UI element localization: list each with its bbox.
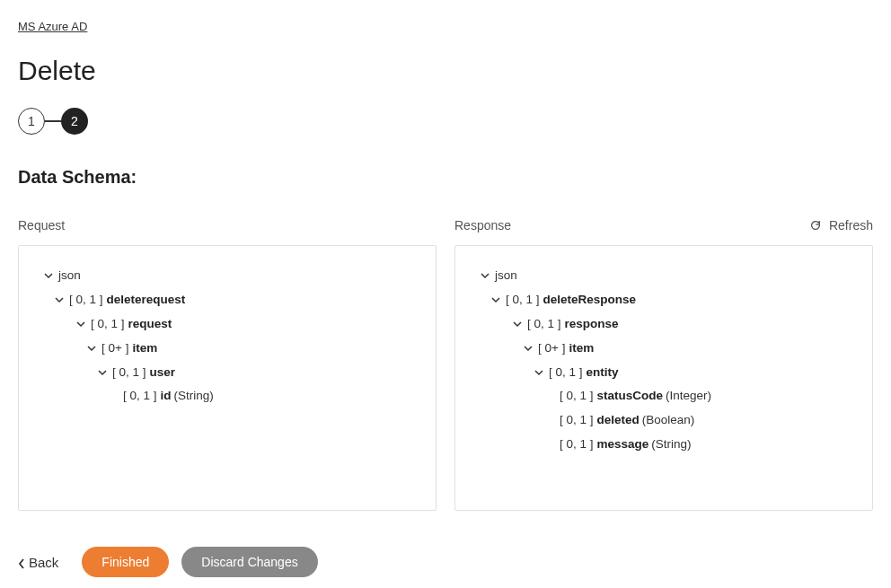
chevron-down-icon	[513, 320, 522, 329]
response-panel: Response Refresh json [ 0, 1 ] del	[454, 216, 873, 511]
tree-node-name: request	[128, 316, 172, 333]
tree-node-name: statusCode	[597, 388, 664, 405]
tree-node-name: item	[569, 340, 594, 357]
chevron-down-icon	[44, 271, 53, 280]
tree-node-cardinality: [ 0, 1 ]	[560, 436, 594, 453]
back-button[interactable]: Back	[18, 555, 58, 570]
tree-node-cardinality: [ 0, 1 ]	[549, 364, 583, 382]
tree-node-cardinality: [ 0+ ]	[538, 340, 565, 357]
step-connector	[45, 120, 61, 122]
tree-node-cardinality: [ 0, 1 ]	[123, 388, 157, 405]
response-label: Response	[454, 218, 511, 233]
tree-node-entity[interactable]: [ 0, 1 ] entity	[470, 361, 858, 385]
tree-node-type: (Integer)	[666, 388, 711, 405]
stepper: 1 2	[18, 108, 873, 135]
tree-node-response[interactable]: [ 0, 1 ] response	[470, 312, 858, 337]
tree-node-deleterequest[interactable]: [ 0, 1 ] deleterequest	[33, 288, 421, 312]
finished-button[interactable]: Finished	[82, 547, 169, 577]
page-title: Delete	[18, 56, 873, 86]
request-label: Request	[18, 218, 65, 233]
tree-node-name: entity	[587, 364, 619, 382]
tree-node-cardinality: [ 0, 1 ]	[560, 412, 594, 429]
chevron-down-icon	[524, 344, 533, 353]
tree-node-id[interactable]: [ 0, 1 ] id (String)	[33, 384, 421, 408]
tree-node-deleteresponse[interactable]: [ 0, 1 ] deleteResponse	[470, 288, 858, 312]
refresh-label: Refresh	[829, 218, 873, 233]
tree-node-name: user	[150, 364, 176, 382]
request-tree: json [ 0, 1 ] deleterequest [ 0, 1 ] req…	[18, 245, 437, 511]
chevron-down-icon	[481, 271, 490, 280]
chevron-down-icon	[55, 295, 64, 304]
tree-node-statuscode[interactable]: [ 0, 1 ] statusCode (Integer)	[470, 384, 858, 408]
chevron-down-icon	[76, 320, 85, 329]
tree-node-json[interactable]: json	[33, 264, 421, 288]
chevron-down-icon	[491, 295, 500, 304]
request-panel: Request json [ 0, 1 ] deleterequest	[18, 216, 437, 511]
tree-node-name: deleted	[597, 412, 640, 429]
tree-node-label: json	[58, 268, 81, 285]
tree-node-type: (String)	[651, 436, 691, 453]
chevron-down-icon	[534, 368, 543, 377]
tree-node-message[interactable]: [ 0, 1 ] message (String)	[470, 433, 858, 457]
tree-node-cardinality: [ 0, 1 ]	[506, 292, 540, 309]
discard-button[interactable]: Discard Changes	[181, 547, 317, 577]
back-label: Back	[29, 555, 58, 570]
tree-node-cardinality: [ 0+ ]	[101, 340, 128, 357]
tree-node-cardinality: [ 0, 1 ]	[560, 388, 594, 405]
step-1[interactable]: 1	[18, 108, 45, 135]
tree-node-deleted[interactable]: [ 0, 1 ] deleted (Boolean)	[470, 408, 858, 433]
tree-node-name: deleterequest	[107, 292, 186, 309]
chevron-down-icon	[87, 344, 96, 353]
tree-node-cardinality: [ 0, 1 ]	[91, 316, 125, 333]
footer-actions: Back Finished Discard Changes	[18, 547, 873, 577]
tree-node-cardinality: [ 0, 1 ]	[527, 316, 561, 333]
tree-node-type: (String)	[174, 388, 214, 405]
schema-container: Request json [ 0, 1 ] deleterequest	[18, 216, 873, 511]
chevron-left-icon	[18, 557, 25, 567]
tree-node-name: id	[161, 388, 172, 405]
tree-node-name: response	[565, 316, 619, 333]
chevron-down-icon	[98, 368, 107, 377]
tree-node-cardinality: [ 0, 1 ]	[112, 364, 146, 382]
tree-node-item[interactable]: [ 0+ ] item	[33, 337, 421, 361]
tree-node-name: deleteResponse	[543, 292, 637, 309]
tree-node-name: message	[597, 436, 649, 453]
refresh-button[interactable]: Refresh	[809, 218, 873, 233]
tree-node-item[interactable]: [ 0+ ] item	[470, 337, 858, 361]
tree-node-name: item	[132, 340, 157, 357]
tree-node-request[interactable]: [ 0, 1 ] request	[33, 312, 421, 337]
breadcrumb-link[interactable]: MS Azure AD	[18, 20, 87, 33]
tree-node-cardinality: [ 0, 1 ]	[69, 292, 103, 309]
response-tree: json [ 0, 1 ] deleteResponse [ 0, 1 ] re…	[454, 245, 873, 511]
tree-node-json[interactable]: json	[470, 264, 858, 288]
tree-node-user[interactable]: [ 0, 1 ] user	[33, 361, 421, 385]
refresh-icon	[809, 219, 822, 232]
step-2[interactable]: 2	[61, 108, 88, 135]
tree-node-label: json	[495, 268, 517, 285]
tree-node-type: (Boolean)	[642, 412, 695, 429]
section-title: Data Schema:	[18, 167, 873, 188]
